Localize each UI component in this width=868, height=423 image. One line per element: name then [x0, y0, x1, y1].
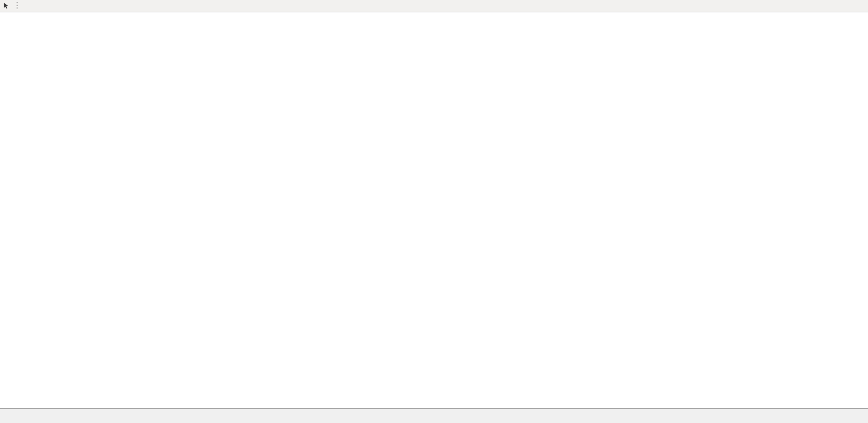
chart-window [0, 12, 868, 409]
cursor-dropdown-caret-icon[interactable] [12, 1, 15, 11]
crosshair-cursor-icon[interactable] [0, 1, 12, 11]
chart-title [4, 16, 14, 24]
toolbar-drag-handle[interactable] [16, 2, 19, 10]
cursor-icon-glyph [2, 2, 10, 10]
tab-scroll-arrows [860, 409, 866, 423]
chart-plot-area[interactable] [0, 12, 868, 409]
mt4-window [0, 0, 868, 423]
timeframe-toolbar [0, 0, 868, 12]
chart-tab-bar [0, 408, 868, 423]
